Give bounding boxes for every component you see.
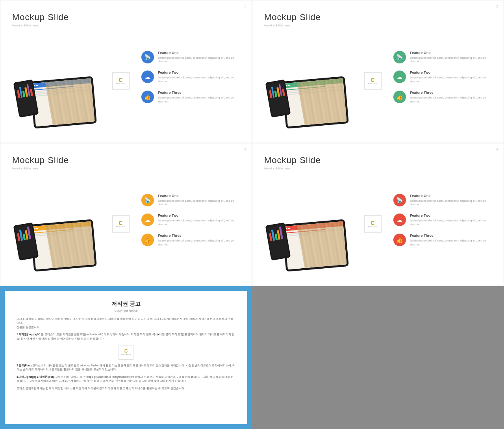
features-area-4: 📡 Feature One Lorem ipsum dolor sit amet… xyxy=(389,194,492,254)
feature-desc-1-3: Lorem ipsum dolor sit amet, consectetur … xyxy=(158,96,240,104)
feature-name-1-3: Feature Three xyxy=(158,91,240,95)
wood-texture-1 xyxy=(44,78,94,127)
feature-desc-3-3: Lorem ipsum dolor sit amet, consectetur … xyxy=(158,239,240,247)
wood-texture-4 xyxy=(296,221,346,270)
feature-icon-2-1: 📡 xyxy=(393,51,406,63)
feature-name-4-1: Feature One xyxy=(410,194,492,198)
tablet-screen-3 xyxy=(32,221,94,270)
slide-subtitle-4: Insert subtitle here xyxy=(264,167,492,170)
feature-icon-2-3: 👍 xyxy=(393,91,406,103)
feature-item-4-2: ☁ Feature Two Lorem ipsum dolor sit amet… xyxy=(393,214,492,227)
wood-texture-2 xyxy=(296,78,346,127)
mini-chart-4 xyxy=(267,224,286,243)
slide-2: 2 Mockup Slide Insert subtitle here xyxy=(252,0,504,143)
slide-title-4: Mockup Slide xyxy=(264,155,492,165)
feature-icon-1-3: 👍 xyxy=(141,91,154,103)
feature-name-4-2: Feature Two xyxy=(410,214,492,217)
feature-name-3-3: Feature Three xyxy=(158,234,240,238)
feature-icon-3-1: 📡 xyxy=(141,194,154,206)
feature-icon-3-2: ☁ xyxy=(141,214,154,226)
tablet-content-2 xyxy=(284,78,346,127)
tablet-dot-8 xyxy=(288,228,290,229)
features-area-2: 📡 Feature One Lorem ipsum dolor sit amet… xyxy=(389,51,492,111)
feature-icon-3-3: 👍 xyxy=(141,234,154,246)
copyright-outer: 저작권 공고 Copyright Notice 고재소 세상을 이용하사 항상이… xyxy=(0,286,252,429)
copyright-logo: C EDUCATION xyxy=(17,345,235,360)
feature-item-4-3: 👍 Feature Three Lorem ipsum dolor sit am… xyxy=(393,234,492,247)
feature-desc-3-1: Lorem ipsum dolor sit amet, consectetur … xyxy=(158,199,240,207)
tablet-4 xyxy=(282,219,349,271)
copyright-section-2: 2.폰트(Font) 고재소 내의 서체들은 일상적 폰트들로 Windows … xyxy=(17,364,235,372)
tablet-screen-2 xyxy=(284,78,346,127)
logo-sub-1: EDUCATION xyxy=(116,82,125,84)
tablet-1 xyxy=(30,76,97,128)
feature-item-2-2: ☁ Feature Two Lorem ipsum dolor sit amet… xyxy=(393,71,492,84)
feature-name-3-1: Feature One xyxy=(158,194,240,198)
slide-title-1: Mockup Slide xyxy=(12,12,240,22)
feature-text-1-3: Feature Three Lorem ipsum dolor sit amet… xyxy=(158,91,240,104)
section-title-2: 2.폰트(Font) xyxy=(17,364,32,367)
feature-text-1-2: Feature Two Lorem ipsum dolor sit amet, … xyxy=(158,71,240,84)
slide-3: 3 Mockup Slide Insert subtitle here xyxy=(0,143,252,286)
feature-item-2-3: 👍 Feature Three Lorem ipsum dolor sit am… xyxy=(393,91,492,104)
feature-desc-2-3: Lorem ipsum dolor sit amet, consectetur … xyxy=(410,96,492,104)
feature-name-2-3: Feature Three xyxy=(410,91,492,95)
logo-badge-3: C EDUCATION xyxy=(112,215,130,232)
feature-icon-2-2: ☁ xyxy=(393,71,406,83)
logo-badge-2: C EDUCATION xyxy=(364,72,382,89)
feature-text-2-2: Feature Two Lorem ipsum dolor sit amet, … xyxy=(410,71,492,84)
slide-subtitle-2: Insert subtitle here xyxy=(264,24,492,27)
tablet-dot-1 xyxy=(34,85,35,86)
logo-letter-2: C xyxy=(368,77,377,82)
copyright-title: 저작권 공고 xyxy=(17,301,235,308)
logo-letter-4: C xyxy=(368,220,377,225)
feature-item-3-3: 👍 Feature Three Lorem ipsum dolor sit am… xyxy=(141,234,240,247)
feature-desc-1-2: Lorem ipsum dolor sit amet, consectetur … xyxy=(158,76,240,84)
tablet-dot-2 xyxy=(36,85,38,86)
tablet-screen-1 xyxy=(32,78,94,127)
tablet-dot-5 xyxy=(34,228,35,229)
slide-title-3: Mockup Slide xyxy=(12,155,240,165)
feature-text-4-2: Feature Two Lorem ipsum dolor sit amet, … xyxy=(410,214,492,227)
copyright-subtitle: Copyright Notice xyxy=(17,309,235,312)
feature-desc-2-2: Lorem ipsum dolor sit amet, consectetur … xyxy=(410,76,492,84)
feature-text-3-2: Feature Two Lorem ipsum dolor sit amet, … xyxy=(158,214,240,227)
feature-item-1-3: 👍 Feature Three Lorem ipsum dolor sit am… xyxy=(141,91,240,104)
device-area-4: C EDUCATION xyxy=(264,176,389,271)
device-area-3: C EDUCATION xyxy=(12,176,137,271)
copyright-logo-badge: C EDUCATION xyxy=(119,345,133,360)
logo-sub-2: EDUCATION xyxy=(368,82,377,84)
logo-sub-4: EDUCATION xyxy=(368,225,377,227)
feature-item-4-1: 📡 Feature One Lorem ipsum dolor sit amet… xyxy=(393,194,492,207)
tablet-dot-6 xyxy=(36,228,38,229)
feature-desc-3-2: Lorem ipsum dolor sit amet, consectetur … xyxy=(158,219,240,227)
copyright-body: 고재소 세상을 이용하사 항상이 넘치는 항목이 소요하는 공재함을 이루까지 … xyxy=(17,317,235,390)
copyright-inner: 저작권 공고 Copyright Notice 고재소 세상을 이용하사 항상이… xyxy=(5,291,247,424)
tablet-dot-3 xyxy=(286,85,287,86)
feature-name-1-1: Feature One xyxy=(158,51,240,55)
gray-area xyxy=(252,286,504,429)
tablet-2 xyxy=(282,76,349,128)
slide-content-2: C EDUCATION 📡 Feature One Lorem ipsum do… xyxy=(264,33,492,128)
slide-4: 4 Mockup Slide Insert subtitle here xyxy=(252,143,504,286)
wood-texture-3 xyxy=(44,221,94,270)
slide-number-1: 1 xyxy=(244,4,246,8)
slide-number-3: 3 xyxy=(244,147,246,151)
tablet-dot-4 xyxy=(288,85,290,86)
copyright-section-1: 1.저작권(copyright) 본 고재소의 모든 저작권은 콘텐트팜(con… xyxy=(17,332,235,341)
logo-letter-3: C xyxy=(116,220,125,225)
slide-content-1: C EDUCATION 📡 Feature One Lorem ipsum do… xyxy=(12,33,240,128)
feature-item-2-1: 📡 Feature One Lorem ipsum dolor sit amet… xyxy=(393,51,492,64)
logo-badge-4: C EDUCATION xyxy=(364,215,382,232)
features-area-3: 📡 Feature One Lorem ipsum dolor sit amet… xyxy=(137,194,240,254)
copyright-intro: 고재소 세상을 이용하사 항상이 넘치는 항목이 소요하는 공재함을 이루까지 … xyxy=(17,317,235,329)
tablet-content-4 xyxy=(284,221,346,270)
tablet-content-1 xyxy=(32,78,94,127)
device-area-1: C EDUCATION xyxy=(12,33,137,128)
feature-name-1-2: Feature Two xyxy=(158,71,240,74)
section-title-1: 1.저작권(copyright) xyxy=(17,333,40,336)
feature-desc-2-1: Lorem ipsum dolor sit amet, consectetur … xyxy=(410,56,492,64)
tablet-3 xyxy=(30,219,97,271)
logo-badge-1: C EDUCATION xyxy=(112,72,130,89)
feature-text-3-1: Feature One Lorem ipsum dolor sit amet, … xyxy=(158,194,240,207)
